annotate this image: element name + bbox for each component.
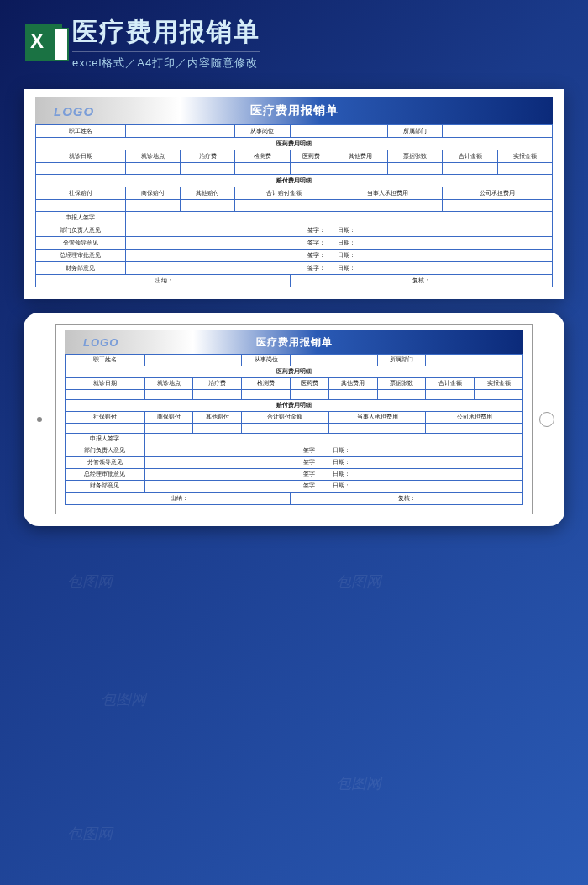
watermark: 包图网: [67, 572, 113, 592]
cell[interactable]: [377, 390, 426, 400]
footer-row: 出纳： 复核：: [36, 275, 553, 287]
cell[interactable]: [144, 390, 193, 400]
tablet-home-button-icon: [539, 412, 554, 427]
cell[interactable]: [328, 424, 426, 434]
input-gm-opinion[interactable]: 签字： 日期：: [125, 250, 552, 262]
date-label: 日期：: [338, 227, 355, 233]
cell[interactable]: [426, 390, 475, 400]
cell[interactable]: [235, 163, 290, 175]
footer-row: 出纳： 复核：: [66, 493, 523, 505]
cell[interactable]: [333, 163, 387, 175]
cell[interactable]: [181, 200, 235, 212]
cell[interactable]: [290, 163, 333, 175]
cell[interactable]: [475, 390, 523, 400]
watermark: 包图网: [101, 689, 146, 709]
input-department[interactable]: [443, 125, 553, 138]
section-header: 医药费用明细: [66, 366, 523, 378]
input-employee-name[interactable]: [125, 125, 235, 138]
cell[interactable]: [291, 390, 329, 400]
input-dept-opinion[interactable]: 签字： 日期：: [125, 224, 552, 237]
cell[interactable]: [193, 424, 242, 434]
cell[interactable]: [443, 200, 553, 212]
form-title: 医疗费用报销单: [256, 335, 333, 350]
watermark: 包图网: [67, 824, 113, 844]
banner-subtitle: excel格式／A4打印／内容随意修改: [72, 51, 260, 71]
input-applicant-sign[interactable]: [144, 434, 522, 445]
sign-label: 签字：: [307, 227, 325, 233]
preview-card-1: LOGO 医疗费用报销单 职工姓名 从事岗位 所属部门 医药费用明细 就诊日期 …: [24, 89, 564, 299]
cell[interactable]: [333, 200, 443, 212]
section-header: 赔付费用明细: [36, 175, 553, 187]
input-gm-opinion[interactable]: 签字： 日期：: [144, 469, 522, 481]
label-department: 所属部门: [388, 125, 443, 138]
input-position[interactable]: [291, 355, 377, 366]
label-employee-name: 职工姓名: [36, 125, 126, 138]
input-leader-opinion[interactable]: 签字： 日期：: [125, 237, 552, 250]
col-visit-location: 就诊地点: [125, 150, 180, 163]
input-position[interactable]: [290, 125, 388, 138]
label-department: 所属部门: [377, 355, 426, 366]
col-test-fee: 检测费: [235, 150, 290, 163]
col-treatment-fee: 治疗费: [193, 378, 242, 390]
cell[interactable]: [125, 200, 180, 212]
form-title: 医疗费用报销单: [250, 103, 339, 119]
watermark: 包图网: [336, 773, 381, 793]
form-header: LOGO 医疗费用报销单: [65, 330, 523, 354]
cell[interactable]: [242, 390, 291, 400]
cell[interactable]: [235, 200, 333, 212]
col-total-amount: 合计金额: [426, 378, 475, 390]
col-other-comp: 其他赔付: [193, 412, 242, 424]
watermark: 包图网: [336, 572, 381, 592]
cell[interactable]: [66, 424, 145, 434]
col-social-ins: 社保赔付: [36, 187, 126, 200]
label-applicant-sign: 申报人签字: [36, 212, 126, 224]
cell[interactable]: [328, 390, 377, 400]
cell[interactable]: [426, 424, 523, 434]
cell[interactable]: [193, 390, 242, 400]
table-row: 就诊日期 就诊地点 治疗费 检测费 医药费 其他费用 票据张数 合计金额 实报金…: [36, 150, 553, 163]
col-personal-bear: 当事人承担费用: [328, 412, 426, 424]
logo-placeholder: LOGO: [54, 104, 94, 119]
input-department[interactable]: [426, 355, 523, 366]
cell[interactable]: [443, 163, 497, 175]
cell[interactable]: [242, 424, 328, 434]
label-gm-opinion: 总经理审批意见: [66, 469, 145, 481]
cell[interactable]: [144, 424, 193, 434]
footer-cashier: 出纳：: [36, 275, 291, 287]
label-leader-opinion: 分管领导意见: [66, 457, 145, 469]
cell[interactable]: [125, 163, 180, 175]
section-medical: 医药费用明细: [66, 366, 523, 378]
label-position: 从事岗位: [242, 355, 291, 366]
date-label: 日期：: [333, 459, 350, 465]
sign-label: 签字：: [307, 265, 325, 271]
input-applicant-sign[interactable]: [125, 212, 552, 224]
input-leader-opinion[interactable]: 签字： 日期：: [144, 457, 522, 469]
col-visit-date: 就诊日期: [66, 378, 145, 390]
cell[interactable]: [388, 163, 443, 175]
col-visit-date: 就诊日期: [36, 150, 126, 163]
table-row: 职工姓名 从事岗位 所属部门: [36, 125, 553, 138]
tablet-frame: LOGO 医疗费用报销单 职工姓名 从事岗位 所属部门 医药费用明细 就诊日期 …: [24, 313, 564, 526]
cell[interactable]: [181, 163, 235, 175]
date-label: 日期：: [333, 482, 350, 488]
input-dept-opinion[interactable]: 签字： 日期：: [144, 445, 522, 457]
date-label: 日期：: [338, 265, 355, 271]
col-actual-amount: 实报金额: [475, 378, 523, 390]
section-compensation: 赔付费用明细: [36, 175, 553, 187]
input-finance-opinion[interactable]: 签字： 日期：: [144, 481, 522, 493]
cell[interactable]: [66, 390, 145, 400]
table-row: 职工姓名 从事岗位 所属部门: [66, 355, 523, 366]
section-header: 医药费用明细: [36, 138, 553, 150]
table-row: 总经理审批意见 签字： 日期：: [66, 469, 523, 481]
excel-icon: [25, 24, 62, 61]
section-medical: 医药费用明细: [36, 138, 553, 150]
cell[interactable]: [36, 200, 126, 212]
cell[interactable]: [497, 163, 552, 175]
cell[interactable]: [36, 163, 126, 175]
col-test-fee: 检测费: [242, 378, 291, 390]
tablet-camera-icon: [37, 417, 42, 422]
input-employee-name[interactable]: [144, 355, 242, 366]
col-company-bear: 公司承担费用: [426, 412, 523, 424]
sign-label: 签字：: [307, 252, 325, 258]
input-finance-opinion[interactable]: 签字： 日期：: [125, 262, 552, 275]
